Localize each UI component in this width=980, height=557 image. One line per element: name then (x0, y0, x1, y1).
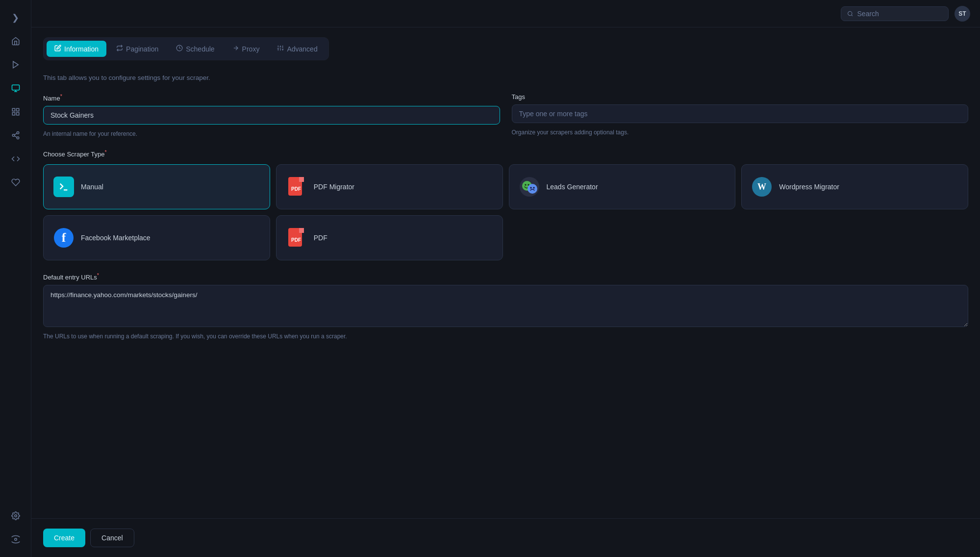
name-group: Name* An internal name for your referenc… (43, 93, 500, 137)
sidebar-item-grid[interactable] (6, 102, 25, 122)
svg-rect-45 (299, 228, 304, 233)
tab-pagination[interactable]: Pagination (108, 41, 166, 57)
scraper-type-leads-generator[interactable]: Leads Generator (509, 164, 736, 209)
action-bar: Create Cancel (31, 518, 980, 557)
tags-group: Tags Organize your scrapers adding optio… (512, 93, 969, 137)
svg-point-36 (528, 184, 537, 194)
url-group: Default entry URLs* https://finance.yaho… (43, 272, 968, 340)
url-hint: The URLs to use when running a default s… (43, 333, 968, 340)
url-textarea[interactable]: https://finance.yahoo.com/markets/stocks… (43, 285, 968, 327)
tab-bar: Information Pagination Schedule (43, 37, 329, 60)
search-input[interactable] (857, 10, 942, 18)
sidebar-toggle[interactable]: ❯ (6, 8, 25, 27)
svg-text:PDF: PDF (291, 237, 301, 243)
scraper-type-pdf[interactable]: PDF PDF (276, 215, 503, 260)
svg-point-14 (14, 538, 17, 541)
tab-advanced-label: Advanced (287, 45, 317, 53)
tab-schedule-label: Schedule (186, 45, 214, 53)
sidebar-item-scraper[interactable] (6, 78, 25, 98)
content-area: Information Pagination Schedule (31, 27, 980, 518)
svg-point-15 (848, 11, 852, 15)
sidebar-item-code[interactable] (6, 149, 25, 169)
search-box[interactable] (841, 6, 949, 21)
main-content: ST Information Pagination (31, 0, 980, 557)
facebook-marketplace-icon: f (53, 228, 74, 248)
cancel-button[interactable]: Cancel (90, 529, 134, 547)
tab-proxy-label: Proxy (242, 45, 260, 53)
tab-pagination-label: Pagination (126, 45, 158, 53)
scraper-type-pdf-migrator[interactable]: PDF PDF Migrator (276, 164, 503, 209)
svg-text:PDF: PDF (291, 186, 301, 192)
manual-icon (53, 177, 74, 197)
scraper-type-wordpress-migrator-label: Wordpress Migrator (779, 183, 839, 191)
svg-line-12 (14, 133, 17, 135)
sidebar-item-settings[interactable] (6, 506, 25, 526)
scraper-type-wordpress-migrator[interactable]: W Wordpress Migrator (741, 164, 968, 209)
svg-rect-5 (16, 108, 19, 111)
svg-rect-4 (12, 108, 15, 111)
sidebar-item-broadcast[interactable] (6, 530, 25, 549)
tab-description: This tab allows you to configure setting… (43, 74, 968, 81)
schedule-tab-icon (176, 45, 183, 53)
svg-line-16 (852, 15, 853, 16)
scraper-type-leads-generator-label: Leads Generator (547, 183, 598, 191)
advanced-tab-icon (277, 45, 284, 53)
svg-point-34 (525, 184, 527, 186)
svg-point-13 (14, 515, 17, 517)
tab-schedule[interactable]: Schedule (168, 41, 222, 57)
svg-text:W: W (757, 182, 766, 192)
svg-point-37 (530, 187, 532, 189)
svg-point-38 (533, 187, 535, 189)
svg-point-10 (17, 137, 19, 139)
name-tags-row: Name* An internal name for your referenc… (43, 93, 968, 137)
wordpress-migrator-icon: W (752, 177, 772, 197)
leads-generator-icon (519, 177, 540, 197)
name-input[interactable] (43, 106, 500, 125)
svg-marker-0 (13, 61, 18, 68)
tab-information-label: Information (64, 45, 99, 53)
sidebar-item-favorites[interactable] (6, 173, 25, 192)
svg-rect-7 (16, 113, 19, 115)
scraper-type-facebook-marketplace[interactable]: f Facebook Marketplace (43, 215, 270, 260)
avatar: ST (955, 6, 970, 22)
scraper-type-pdf-migrator-label: PDF Migrator (314, 183, 354, 191)
pagination-tab-icon (116, 45, 123, 53)
create-button[interactable]: Create (43, 529, 85, 547)
url-label: Default entry URLs* (43, 272, 968, 281)
scraper-type-pdf-label: PDF (314, 234, 327, 242)
scraper-type-label: Choose Scraper Type* (43, 149, 968, 158)
scraper-type-grid: Manual PDF PDF Migrator (43, 164, 968, 260)
tab-advanced[interactable]: Advanced (269, 41, 325, 57)
svg-rect-30 (299, 177, 304, 182)
sidebar-item-home[interactable] (6, 31, 25, 51)
tab-information[interactable]: Information (47, 41, 106, 57)
sidebar-item-share[interactable] (6, 126, 25, 145)
scraper-type-manual-label: Manual (81, 183, 103, 191)
scraper-type-manual[interactable]: Manual (43, 164, 270, 209)
svg-rect-6 (12, 113, 15, 115)
scraper-type-section: Choose Scraper Type* Manual (43, 149, 968, 260)
sidebar: ❯ (0, 0, 31, 557)
search-icon (847, 10, 854, 17)
tags-input[interactable] (512, 104, 969, 123)
svg-text:f: f (62, 230, 66, 245)
tags-label: Tags (512, 93, 969, 101)
pdf-icon: PDF (286, 228, 307, 248)
proxy-tab-icon (232, 45, 239, 53)
pdf-migrator-icon: PDF (286, 177, 307, 197)
tags-hint: Organize your scrapers adding optional t… (512, 129, 969, 136)
scraper-type-facebook-marketplace-label: Facebook Marketplace (81, 234, 151, 242)
topbar: ST (31, 0, 980, 27)
information-tab-icon (54, 45, 61, 53)
tab-proxy[interactable]: Proxy (225, 41, 268, 57)
name-label: Name* (43, 93, 500, 102)
svg-point-9 (12, 134, 15, 137)
svg-line-11 (14, 136, 17, 137)
svg-rect-1 (12, 85, 19, 90)
sidebar-item-play[interactable] (6, 55, 25, 75)
name-hint: An internal name for your reference. (43, 130, 500, 137)
svg-point-8 (17, 132, 19, 134)
